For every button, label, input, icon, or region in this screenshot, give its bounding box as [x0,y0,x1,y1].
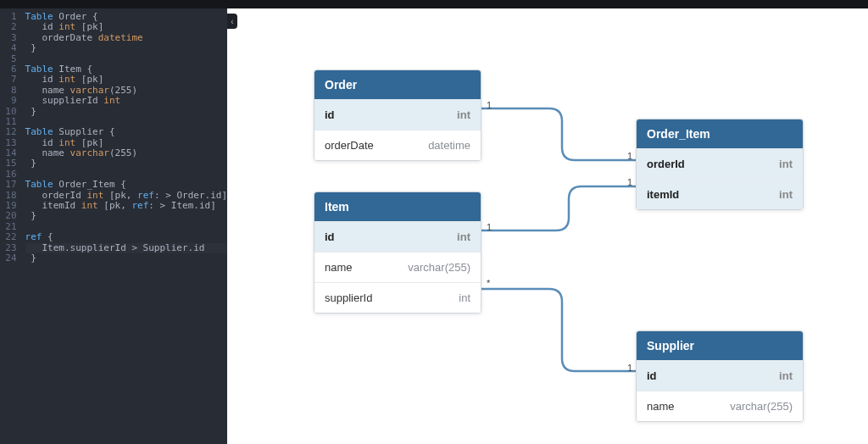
cardinality-label: * [487,278,490,288]
column-name: itemId [647,188,679,201]
table-item[interactable]: Item idintnamevarchar(255)supplierIdint [314,191,481,314]
editor-code[interactable]: Table Order { id int [pk] orderDate date… [22,8,227,444]
dbml-editor[interactable]: 123456789101112131415161718192021222324 … [0,8,227,444]
column-type: int [457,230,470,243]
table-row[interactable]: idint [314,99,481,130]
column-type: datetime [428,139,470,152]
table-header[interactable]: Order_Item [637,119,803,148]
column-type: int [779,188,793,201]
column-type: int [779,369,793,382]
table-header[interactable]: Order [314,70,481,99]
cardinality-label: 1 [627,151,632,161]
diagram-canvas[interactable]: ‹ Order idintorderDatedatetime 1 Order_I… [227,8,868,444]
column-name: id [647,369,657,382]
column-name: supplierId [325,291,372,304]
table-header[interactable]: Item [314,192,481,221]
column-type: int [459,291,470,304]
table-row[interactable]: namevarchar(255) [314,252,481,282]
cardinality-label: 1 [487,222,492,232]
column-type: int [457,108,470,121]
cardinality-label: 1 [627,177,632,187]
column-name: name [325,261,353,274]
cardinality-label: 1 [627,363,632,373]
table-order-item[interactable]: Order_Item orderIdintitemIdint [636,119,804,210]
column-name: id [325,230,335,243]
column-name: name [647,400,675,413]
chevron-left-icon: ‹ [231,17,233,26]
column-name: id [325,108,335,121]
collapse-editor-button[interactable]: ‹ [227,14,237,29]
column-type: varchar(255) [408,261,470,274]
editor-gutter: 123456789101112131415161718192021222324 [0,8,22,444]
table-header[interactable]: Supplier [637,331,803,360]
column-name: orderDate [325,139,374,152]
table-row[interactable]: namevarchar(255) [637,391,803,421]
table-supplier[interactable]: Supplier idintnamevarchar(255) [636,330,804,422]
table-order[interactable]: Order idintorderDatedatetime [314,69,481,161]
table-row[interactable]: idint [637,360,803,391]
table-row[interactable]: orderIdint [637,148,803,179]
table-row[interactable]: supplierIdint [314,282,481,313]
table-row[interactable]: itemIdint [637,179,803,209]
window-topbar [0,0,868,8]
cardinality-label: 1 [487,100,492,110]
table-row[interactable]: orderDatedatetime [314,130,481,160]
column-name: orderId [647,158,685,170]
column-type: int [779,158,793,170]
column-type: varchar(255) [730,400,793,413]
table-row[interactable]: idint [314,221,481,252]
